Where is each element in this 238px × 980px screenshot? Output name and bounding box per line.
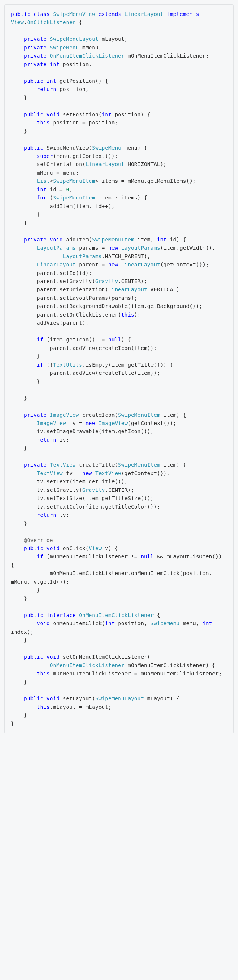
kw-public: public	[11, 11, 30, 17]
call-setgravity: setGravity	[46, 487, 79, 493]
call-setid: setId	[59, 270, 76, 276]
param-index: index	[11, 629, 27, 635]
id-parent: parent	[37, 312, 56, 318]
param-position: position	[115, 111, 141, 118]
kw-new: new	[86, 420, 95, 426]
kw-this: this	[37, 671, 50, 676]
id-listener: mOnMenuItemClickListener	[141, 671, 219, 676]
method-createtitle: createTitle	[79, 462, 115, 468]
call-settextcolor: setTextColor	[46, 504, 86, 510]
kw-null: null	[141, 554, 153, 560]
call-geticon: getIcon	[66, 337, 88, 342]
id-id: id	[79, 270, 85, 276]
kw-this: this	[37, 704, 50, 710]
call-setgravity: setGravity	[59, 278, 92, 284]
id-mmenu: mMenu	[128, 178, 144, 184]
id-tv: tv	[37, 504, 43, 510]
type-swipemenulayout: SwipeMenuLayout	[95, 695, 144, 702]
kw-int: int	[50, 61, 59, 67]
call-settextsize: setTextSize	[46, 495, 82, 501]
kw-extends: extends	[99, 11, 121, 17]
id-item: item	[134, 345, 147, 351]
call-getcontext: getContext	[163, 261, 196, 267]
ctor-name: SwipeMenuView	[46, 145, 89, 151]
call-getcontext: getContext	[131, 420, 163, 426]
id-tv: tv	[37, 479, 43, 484]
var-params: params	[79, 245, 98, 251]
param-item: item	[163, 412, 176, 418]
kw-for: for	[37, 195, 46, 200]
kw-new: new	[108, 245, 118, 251]
id-parent: parent	[37, 286, 56, 293]
method-additem: addItem	[66, 237, 88, 243]
type-layoutparams: LayoutParams	[121, 245, 160, 251]
id-item: item	[137, 370, 151, 376]
kw-public: public	[24, 111, 43, 118]
kw-private: private	[24, 45, 46, 51]
type-listener: OnMenuItemClickListener	[50, 662, 125, 668]
kw-implements: implements	[167, 11, 199, 17]
id-tv: tv	[37, 495, 43, 501]
id-item: item	[76, 203, 89, 209]
call-setlayoutparams: setLayoutParams	[59, 295, 108, 301]
method-getposition: getPosition	[59, 78, 95, 84]
kw-void: void	[46, 695, 59, 702]
id-item: item	[50, 337, 63, 342]
kw-public: public	[24, 612, 43, 618]
const-horizontal: HORIZONTAL	[128, 161, 160, 167]
type-textview: TextView	[50, 462, 76, 468]
id-position: position	[53, 119, 79, 126]
param-listener: mOnMenuItemClickListener	[128, 662, 206, 668]
type-linearlayout: LinearLayout	[125, 11, 164, 17]
param-menu: menu	[125, 145, 137, 151]
type-linearlayout: LinearLayout	[37, 261, 76, 267]
id-tv: tv	[59, 512, 66, 518]
id-item: item	[131, 303, 144, 309]
id-item: item	[86, 495, 99, 501]
kw-new: new	[82, 470, 92, 476]
kw-int: int	[102, 111, 111, 118]
kw-private: private	[24, 53, 46, 59]
kw-public: public	[24, 145, 43, 151]
kw-private: private	[24, 462, 46, 468]
num-zero: 0	[66, 186, 69, 192]
type-linearlayout: LinearLayout	[108, 286, 147, 293]
kw-int: int	[46, 78, 56, 84]
param-mlayout: mLayout	[147, 695, 170, 702]
kw-int: int	[105, 620, 115, 626]
call-setimagedrawable: setImageDrawable	[46, 428, 99, 434]
type-imageview: ImageView	[50, 412, 79, 418]
type-linearlayout: LinearLayout	[86, 161, 125, 167]
kw-int: int	[37, 186, 46, 192]
kw-private: private	[24, 412, 46, 418]
type-swipemenuitem: SwipeMenuItem	[53, 195, 96, 200]
id-mmenu: mMenu	[11, 579, 27, 585]
id-position: position	[183, 570, 209, 576]
call-isempty: isEmpty	[86, 362, 108, 368]
call-setorientation: setOrientation	[59, 286, 105, 293]
call-setorientation: setOrientation	[37, 161, 82, 167]
id-v: v	[34, 579, 37, 585]
class-name: SwipeMenuView	[53, 11, 96, 17]
call-addview: addView	[37, 320, 59, 326]
id-parent: parent	[37, 270, 56, 276]
call-createtitle: createTitle	[99, 370, 134, 376]
kw-public: public	[24, 695, 43, 702]
call-getwidth: getWidth	[180, 245, 206, 251]
kw-if: if	[37, 554, 43, 560]
id-items: items	[121, 195, 137, 200]
call-getbackground: getBackground	[147, 303, 190, 309]
id-listener: mOnMenuItemClickListener	[50, 554, 128, 560]
var-parent: parent	[79, 261, 98, 267]
kw-public: public	[24, 654, 43, 660]
type-textview: TextView	[95, 470, 121, 476]
const-vertical: VERTICAL	[150, 286, 176, 293]
id-parent: parent	[63, 320, 82, 326]
param-menu: menu	[183, 620, 196, 626]
type-swipemenu: SwipeMenu	[92, 145, 121, 151]
kw-int: int	[157, 237, 167, 243]
method-onmenuitemclick: onMenuItemClick	[53, 620, 102, 626]
call-geticon: getIcon	[118, 428, 141, 434]
call-setonclicklistener: setOnClickListener	[59, 312, 118, 318]
id-item: item	[163, 245, 176, 251]
